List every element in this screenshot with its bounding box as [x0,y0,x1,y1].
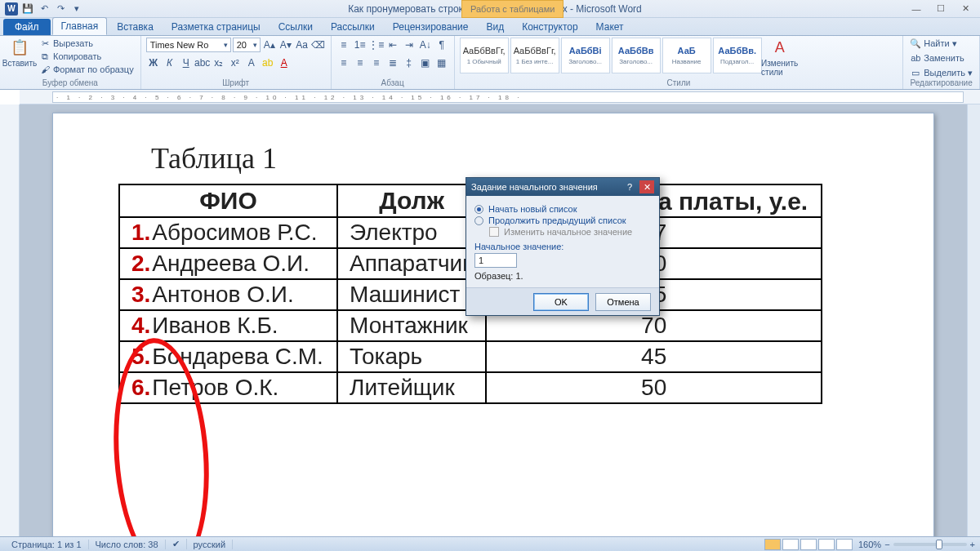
view-outline-button[interactable] [818,539,835,550]
status-proofing-icon[interactable]: ✔ [166,539,187,549]
replace-button[interactable]: abЗаменить [908,52,965,64]
indent-button[interactable]: ⇥ [402,38,416,52]
subscript-button[interactable]: x₂ [212,56,226,70]
dialog-ok-button[interactable]: OK [533,293,589,311]
dialog-help-button[interactable]: ? [623,182,636,192]
italic-button[interactable]: К [163,56,177,70]
zoom-in-button[interactable]: + [970,540,975,549]
bold-button[interactable]: Ж [146,56,161,70]
vertical-ruler[interactable] [0,104,20,536]
strike-button[interactable]: abc [195,56,210,70]
view-print-layout-button[interactable] [764,539,781,550]
tab-page-layout[interactable]: Разметка страницы [163,19,269,35]
change-case-button[interactable]: Aa [295,38,310,52]
bullets-button[interactable]: ≡ [336,38,351,52]
align-center-button[interactable]: ≡ [353,56,368,70]
row-number[interactable]: 2. [119,248,150,279]
cell-name[interactable]: Абросимов Р.С. [150,217,337,248]
vertical-scrollbar[interactable] [967,104,980,536]
close-button[interactable]: ✕ [954,2,977,16]
cell-name[interactable]: Иванов К.Б. [150,310,337,341]
multilevel-button[interactable]: ⋮≡ [369,38,384,52]
cell-rate[interactable]: 50 [486,372,822,403]
view-fullscreen-button[interactable] [782,539,799,550]
outdent-button[interactable]: ⇤ [385,38,400,52]
paste-button[interactable]: 📋 Вставить [5,38,34,68]
zoom-slider[interactable] [893,543,967,546]
shrink-font-button[interactable]: A▾ [278,38,293,52]
align-right-button[interactable]: ≡ [369,56,384,70]
find-button[interactable]: 🔍Найти ▾ [908,38,958,49]
status-language[interactable]: русский [187,540,233,549]
cell-position[interactable]: Машинист [337,279,486,310]
row-number[interactable]: 3. [119,279,150,310]
shading-button[interactable]: ▣ [418,56,433,70]
tab-file[interactable]: Файл [3,19,51,35]
header-fio[interactable]: ФИО [119,184,337,217]
tab-design[interactable]: Конструктор [514,19,586,35]
cell-rate[interactable]: 45 [486,341,822,372]
justify-button[interactable]: ≣ [385,56,400,70]
maximize-button[interactable]: ☐ [929,2,952,16]
row-number[interactable]: 6. [119,372,150,403]
font-color-button[interactable]: A [277,56,292,70]
font-name-combo[interactable]: Times New Ro [146,38,231,52]
table-row[interactable]: 6.Петров О.К.Литейщик50 [119,372,822,403]
clear-format-button[interactable]: ⌫ [311,38,326,52]
superscript-button[interactable]: x² [228,56,243,70]
style-card[interactable]: АаБНазвание [662,38,711,73]
radio-continue-list[interactable]: Продолжить предыдущий список [474,216,651,225]
status-words[interactable]: Число слов: 38 [89,540,166,549]
table-row[interactable]: 5.Бондарева С.М.Токарь45 [119,341,822,372]
grow-font-button[interactable]: A▴ [262,38,277,52]
qat-save-icon[interactable]: 💾 [21,2,34,16]
tab-mailings[interactable]: Рассылки [323,19,383,35]
borders-button[interactable]: ▦ [434,56,449,70]
qat-redo-icon[interactable]: ↷ [54,2,67,16]
radio-start-new-list[interactable]: Начать новый список [474,204,651,214]
header-position[interactable]: Долж [337,184,486,217]
cell-position[interactable]: Монтажник [337,310,486,341]
style-card[interactable]: АаБбВіЗаголово... [561,38,610,73]
horizontal-ruler[interactable]: · 1 · 2 · 3 · 4 · 5 · 6 · 7 · 8 · 9 · 10… [20,90,980,104]
qat-customize-icon[interactable]: ▾ [70,2,83,16]
row-number[interactable]: 1. [119,217,150,248]
row-number[interactable]: 5. [119,341,150,372]
tab-review[interactable]: Рецензирование [385,19,477,35]
tab-references[interactable]: Ссылки [270,19,321,35]
qat-undo-icon[interactable]: ↶ [38,2,51,16]
sort-button[interactable]: A↓ [418,38,433,52]
style-gallery[interactable]: АаБбВвГг,1 ОбычныйАаБбВвГг,1 Без инте...… [460,38,762,73]
cell-position[interactable]: Токарь [337,341,486,372]
style-card[interactable]: АаБбВвГг,1 Обычный [460,38,509,73]
text-effects-button[interactable]: A [244,56,259,70]
dialog-titlebar[interactable]: Задание начального значения ? ✕ [466,178,659,196]
line-spacing-button[interactable]: ‡ [402,56,416,70]
cell-name[interactable]: Андреева О.И. [150,248,337,279]
copy-button[interactable]: ⧉Копировать [38,51,136,62]
table-caption[interactable]: Таблица 1 [151,141,884,176]
dialog-cancel-button[interactable]: Отмена [595,293,651,311]
cell-name[interactable]: Антонов О.И. [150,279,337,310]
select-button[interactable]: ▭Выделить ▾ [908,67,974,78]
highlight-button[interactable]: ab [261,56,275,70]
format-painter-button[interactable]: 🖌Формат по образцу [38,64,136,75]
dialog-close-button[interactable]: ✕ [639,180,654,193]
cut-button[interactable]: ✂Вырезать [38,38,136,49]
minimize-button[interactable]: — [905,2,928,16]
style-card[interactable]: АаБбВвГг,1 Без инте... [510,38,559,73]
align-left-button[interactable]: ≡ [336,56,351,70]
show-marks-button[interactable]: ¶ [434,38,449,52]
cell-position[interactable]: Аппаратчик [337,248,486,279]
zoom-control[interactable]: 160% − + [858,540,975,549]
status-page[interactable]: Страница: 1 из 1 [5,540,89,549]
underline-button[interactable]: Ч [179,56,194,70]
cell-name[interactable]: Бондарева С.М. [150,341,337,372]
style-card[interactable]: АаБбВвЗаголово... [612,38,661,73]
start-value-input[interactable]: 1 [474,253,517,268]
zoom-out-button[interactable]: − [884,540,889,549]
tab-insert[interactable]: Вставка [109,19,162,35]
row-number[interactable]: 4. [119,310,150,341]
numbering-button[interactable]: 1≡ [353,38,368,52]
page[interactable]: Таблица 1 ФИО Долж асовая ставка платы, … [52,113,934,536]
